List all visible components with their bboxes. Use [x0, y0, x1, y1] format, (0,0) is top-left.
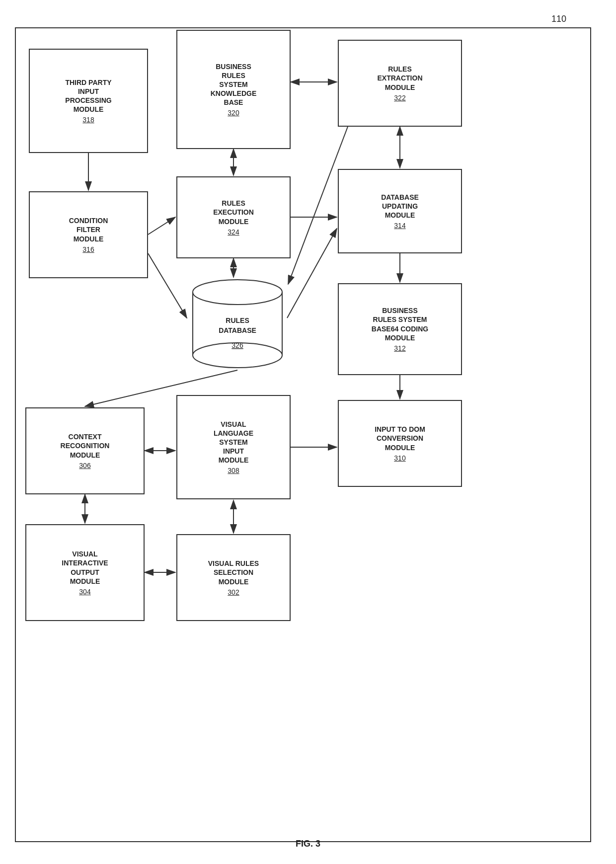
visual-interactive-output-label: VISUALINTERACTIVEOUTPUTMODULE — [62, 550, 108, 586]
input-dom-conversion-module: INPUT TO DOMCONVERSIONMODULE 310 — [338, 400, 462, 487]
visual-rules-selection-module: VISUAL RULESSELECTIONMODULE 302 — [176, 534, 291, 621]
rules-execution-number: 324 — [228, 228, 239, 236]
condition-filter-number: 316 — [82, 245, 94, 253]
condition-filter-label: CONDITIONFILTERMODULE — [69, 216, 108, 243]
context-recognition-number: 306 — [79, 462, 90, 470]
diagram-container: 110 THIRD PARTYINPUTPROCESSINGMODULE 318… — [0, 0, 616, 864]
visual-rules-selection-label: VISUAL RULESSELECTIONMODULE — [208, 559, 259, 586]
business-rules-base64-module: BUSINESSRULES SYSTEMBASE64 CODINGMODULE … — [338, 283, 462, 375]
condition-filter-module: CONDITIONFILTERMODULE 316 — [29, 191, 148, 278]
visual-interactive-output-module: VISUALINTERACTIVEOUTPUTMODULE 304 — [25, 524, 145, 621]
rules-execution-label: RULESEXECUTIONMODULE — [213, 199, 254, 226]
database-updating-label: DATABASEUPDATINGMODULE — [381, 193, 419, 220]
business-rules-base64-number: 312 — [394, 344, 405, 352]
cylinder-svg: RULES DATABASE 326 — [188, 278, 287, 370]
rules-extraction-label: RULESEXTRACTIONMODULE — [378, 65, 423, 92]
visual-language-input-number: 308 — [228, 467, 239, 474]
svg-point-0 — [193, 280, 282, 305]
business-rules-kb-number: 320 — [228, 109, 239, 117]
input-dom-conversion-label: INPUT TO DOMCONVERSIONMODULE — [375, 425, 425, 452]
business-rules-kb-label: BUSINESSRULESSYSTEMKNOWLEDGEBASE — [211, 62, 257, 107]
context-recognition-module: CONTEXTRECOGNITIONMODULE 306 — [25, 407, 145, 494]
svg-text:RULES: RULES — [226, 316, 249, 324]
rules-execution-module: RULESEXECUTIONMODULE 324 — [176, 176, 291, 258]
rules-extraction-number: 322 — [394, 94, 405, 102]
visual-rules-selection-number: 302 — [228, 588, 239, 596]
context-recognition-label: CONTEXTRECOGNITIONMODULE — [61, 432, 110, 460]
diagram-number: 110 — [551, 14, 566, 24]
business-rules-kb-module: BUSINESSRULESSYSTEMKNOWLEDGEBASE 320 — [176, 30, 291, 149]
third-party-number: 318 — [82, 116, 94, 124]
svg-text:326: 326 — [231, 341, 243, 349]
rules-extraction-module: RULESEXTRACTIONMODULE 322 — [338, 40, 462, 127]
fig-label: FIG. 3 — [296, 839, 320, 849]
third-party-label: THIRD PARTYINPUTPROCESSINGMODULE — [65, 78, 111, 114]
visual-interactive-output-number: 304 — [79, 588, 90, 596]
rules-database-module: RULES DATABASE 326 — [188, 278, 287, 370]
visual-language-input-module: VISUALLANGUAGESYSTEMINPUTMODULE 308 — [176, 395, 291, 499]
visual-language-input-label: VISUALLANGUAGESYSTEMINPUTMODULE — [214, 420, 253, 465]
svg-text:DATABASE: DATABASE — [219, 326, 256, 334]
business-rules-base64-label: BUSINESSRULES SYSTEMBASE64 CODINGMODULE — [372, 306, 428, 342]
input-dom-conversion-number: 310 — [394, 454, 405, 462]
database-updating-number: 314 — [394, 222, 405, 230]
database-updating-module: DATABASEUPDATINGMODULE 314 — [338, 169, 462, 253]
third-party-module: THIRD PARTYINPUTPROCESSINGMODULE 318 — [29, 49, 148, 153]
